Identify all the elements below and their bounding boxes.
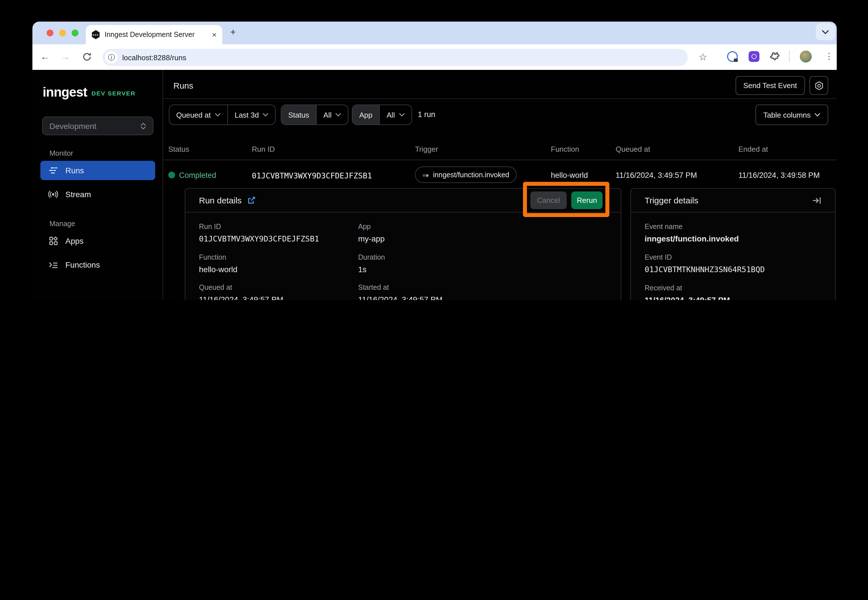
- inngest-logo: inngest: [42, 85, 87, 100]
- back-icon[interactable]: ←: [40, 52, 49, 62]
- header-divider: [163, 98, 837, 99]
- table-columns-button[interactable]: Table columns: [756, 105, 828, 125]
- environment-selector[interactable]: Development: [42, 117, 153, 135]
- time-range-label: Last 3d: [234, 111, 259, 119]
- row-queued-at: 11/16/2024, 3:49:57 PM: [616, 171, 697, 180]
- status-filter[interactable]: Status All: [281, 105, 349, 125]
- stream-icon: [48, 190, 58, 199]
- browser-toolbar: ← → ⓘ localhost:8288/runs ☆ ⋮: [32, 44, 837, 70]
- field-event-name: Event name inngest/function.invoked: [645, 223, 739, 243]
- row-trigger-badge[interactable]: «● inngest/function.invoked: [415, 167, 517, 183]
- field-event-id: Event ID 01JCVBTMTKNHNHZ3SN64R51BQD: [645, 253, 765, 274]
- desktop: ••• Inngest Development Server × + ← → ⓘ…: [0, 0, 868, 300]
- url-text: localhost:8288/runs: [122, 53, 187, 62]
- field-run-id: Run ID 01JCVBTMV3WXY9D3CFDEJFZSB1: [199, 223, 319, 243]
- sidebar: inngest DEV SERVER Development Monitor R…: [32, 70, 163, 300]
- address-bar[interactable]: ⓘ localhost:8288/runs: [102, 49, 688, 66]
- chevron-down-icon: [822, 30, 829, 34]
- col-function: Function: [551, 145, 579, 153]
- trigger-details-header: Trigger details: [631, 189, 835, 212]
- bookmark-star-icon[interactable]: ☆: [699, 51, 707, 63]
- app-filter[interactable]: App All: [352, 105, 412, 125]
- time-filter[interactable]: Queued at Last 3d: [169, 105, 276, 125]
- main-content: Runs Send Test Event Queued at Last 3d: [163, 70, 837, 300]
- row-function: hello-world: [551, 171, 588, 180]
- app-link[interactable]: my-app: [358, 234, 385, 243]
- toolbar-divider: [789, 51, 789, 62]
- table-header-divider: [163, 160, 837, 160]
- trigger-details-title: Trigger details: [645, 195, 812, 205]
- functions-icon: [48, 261, 58, 269]
- status-filter-value[interactable]: All: [316, 105, 348, 124]
- function-link[interactable]: hello-world: [199, 265, 237, 274]
- field-app: App my-app: [358, 223, 385, 243]
- chevron-down-icon: [815, 113, 820, 117]
- forward-icon[interactable]: →: [61, 52, 70, 62]
- new-tab-button[interactable]: +: [230, 27, 236, 38]
- table-columns-label: Table columns: [763, 111, 810, 119]
- col-status: Status: [168, 145, 189, 153]
- close-window-button[interactable]: [47, 30, 53, 36]
- manage-section-label: Manage: [49, 220, 75, 228]
- site-info-icon[interactable]: ⓘ: [105, 51, 118, 64]
- sidebar-item-stream[interactable]: Stream: [40, 185, 155, 204]
- run-count: 1 run: [418, 110, 436, 119]
- password-extension-icon[interactable]: [727, 51, 738, 62]
- sidebar-item-apps[interactable]: Apps: [40, 231, 155, 251]
- chevron-down-icon: [263, 113, 269, 117]
- sidebar-item-runs[interactable]: Runs: [40, 161, 155, 180]
- col-queued-at: Queued at: [616, 145, 650, 153]
- app-filter-value[interactable]: All: [379, 105, 411, 124]
- runs-icon: [48, 167, 58, 174]
- rerun-label: Rerun: [577, 196, 597, 205]
- time-range-select[interactable]: Last 3d: [227, 105, 275, 124]
- row-run-id: 01JCVBTMV3WXY9D3CFDEJFZSB1: [252, 171, 372, 180]
- browser-menu-kebab-icon[interactable]: ⋮: [825, 51, 833, 61]
- sidebar-item-functions[interactable]: Functions: [40, 255, 155, 274]
- collapse-panel-icon[interactable]: [812, 196, 821, 204]
- minimize-window-button[interactable]: [59, 30, 66, 36]
- rerun-button[interactable]: Rerun: [571, 191, 602, 209]
- zoom-window-button[interactable]: [71, 30, 79, 36]
- extensions-puzzle-icon[interactable]: [769, 51, 780, 62]
- chevron-down-icon: [399, 113, 404, 117]
- inngest-favicon-icon: •••: [91, 30, 100, 39]
- external-link-icon[interactable]: [247, 196, 256, 205]
- monitor-section-label: Monitor: [49, 149, 73, 158]
- field-queued-at: Queued at 11/16/2024, 3:49:57 PM: [199, 283, 283, 300]
- cancel-label: Cancel: [537, 196, 560, 205]
- row-ended-at: 11/16/2024, 3:49:58 PM: [738, 171, 820, 180]
- chevron-down-icon: [336, 113, 341, 117]
- environment-selector-value: Development: [49, 121, 96, 130]
- sidebar-item-label: Stream: [65, 190, 91, 199]
- sidebar-item-label: Functions: [65, 260, 100, 269]
- settings-button[interactable]: [809, 76, 828, 95]
- time-field-label: Queued at: [176, 111, 211, 119]
- browser-tab[interactable]: ••• Inngest Development Server ×: [86, 25, 222, 44]
- lock-icon: [734, 59, 738, 62]
- send-test-event-label: Send Test Event: [743, 81, 797, 90]
- col-run-id: Run ID: [252, 145, 275, 153]
- apps-icon: [48, 236, 58, 245]
- row-status: Completed: [179, 171, 216, 180]
- time-field-select[interactable]: Queued at: [169, 105, 227, 124]
- field-received-at: Received at 11/16/2024, 3:49:57 PM: [645, 284, 730, 300]
- field-duration: Duration 1s: [358, 253, 385, 274]
- inngest-app: inngest DEV SERVER Development Monitor R…: [32, 70, 837, 300]
- chevron-down-icon: [215, 113, 220, 117]
- reload-icon[interactable]: [82, 52, 91, 61]
- close-tab-icon[interactable]: ×: [212, 31, 217, 39]
- sidebar-item-label: Runs: [65, 166, 84, 175]
- purple-extension-icon[interactable]: [749, 51, 759, 62]
- field-function: Function hello-world: [199, 253, 237, 274]
- browser-window: ••• Inngest Development Server × + ← → ⓘ…: [32, 21, 837, 300]
- profile-avatar[interactable]: [800, 51, 812, 62]
- col-trigger: Trigger: [415, 145, 438, 153]
- select-updown-icon: [140, 122, 146, 130]
- col-ended-at: Ended at: [738, 145, 768, 153]
- cancel-button[interactable]: Cancel: [530, 191, 567, 209]
- tab-search-chevron-button[interactable]: [816, 23, 835, 40]
- dev-server-badge: DEV SERVER: [91, 90, 135, 97]
- send-test-event-button[interactable]: Send Test Event: [735, 76, 805, 95]
- tab-title: Inngest Development Server: [105, 31, 209, 39]
